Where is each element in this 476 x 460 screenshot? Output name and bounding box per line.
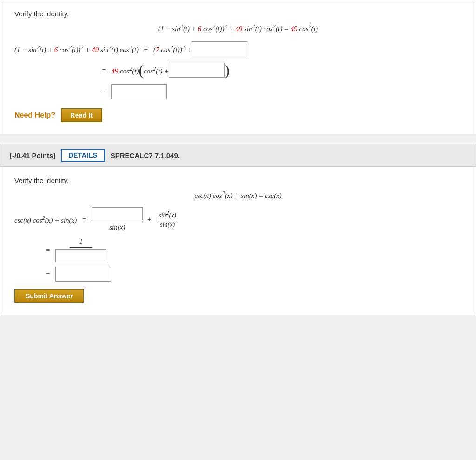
p2-step3-input[interactable] (55, 267, 111, 282)
problem2-section: Verify the identity. csc(x) cos2(x) + si… (0, 167, 476, 315)
need-help-row: Need Help? Read It (14, 108, 462, 122)
details-button[interactable]: DETAILS (61, 149, 105, 162)
step2-row: = 49 cos2(t) ( cos2(t) + ) (14, 63, 462, 78)
step2-mid: cos2(t) + (144, 66, 169, 75)
bottom-btn-row: Submit Answer (14, 289, 462, 303)
verify-label-2: Verify the identity. (14, 177, 462, 184)
problem1-section: Verify the identity. (1 − sin2(t) + 6 co… (0, 0, 476, 134)
main-equation-1: (1 − sin2(t) + 6 cos2(t))2 + 49 sin2(t) … (14, 23, 462, 33)
step2-pre: 49 cos2(t) (111, 66, 139, 75)
step2-input[interactable] (169, 63, 225, 78)
p2-frac2-num: sin2(x) (158, 210, 177, 220)
step1-right-pre: (7 cos2(t))2 + (153, 44, 192, 54)
problem-ref: SPRECALC7 7.1.049. (111, 151, 180, 159)
p2-step1-input[interactable] (92, 207, 143, 220)
p2-main-eq: csc(x) cos2(x) + sin(x) = csc(x) (14, 190, 462, 200)
main-eq-text: (1 − sin2(t) + 6 cos2(t))2 + 49 sin2(t) … (158, 25, 318, 33)
p2-step3-equals: = (46, 270, 52, 278)
step3-input[interactable] (111, 84, 167, 99)
step1-input[interactable] (192, 41, 247, 56)
p2-step1-left: csc(x) cos2(x) + sin(x) (14, 215, 77, 224)
need-help-text: Need Help? (14, 111, 55, 119)
step3-row: = (14, 84, 462, 99)
p2-step2-equals: = (46, 246, 52, 254)
step1-left: (1 − sin2(t) + 6 cos2(t))2 + 49 sin2(t) … (14, 44, 139, 54)
points-header: [-/0.41 Points] DETAILS SPRECALC7 7.1.04… (0, 144, 476, 167)
p2-step2-input[interactable] (55, 249, 106, 262)
p2-step1-frac1: sin(x) (92, 207, 143, 231)
p2-frac1-den: sin(x) (109, 223, 125, 231)
step3-equals: = (102, 88, 107, 96)
p2-step3-row: = (42, 267, 462, 282)
big-paren-close: ) (225, 63, 230, 78)
page-wrapper: Verify the identity. (1 − sin2(t) + 6 co… (0, 0, 476, 315)
p2-main-eq-text: csc(x) cos2(x) + sin(x) = csc(x) (194, 192, 282, 199)
p2-step1-frac2: sin2(x) sin(x) (158, 210, 177, 228)
points-label: [-/0.41 Points] (10, 151, 55, 159)
submit-button[interactable]: Submit Answer (14, 289, 84, 303)
p2-step1-plus: + (145, 216, 153, 223)
p2-step2-frac: 1 (55, 238, 106, 262)
p2-step2-frac-num: 1 (70, 238, 92, 246)
step2-equals: = (102, 66, 107, 74)
big-paren-open: ( (139, 63, 144, 78)
p2-step2-row: = 1 (42, 238, 462, 262)
p2-frac2-den: sin(x) (159, 220, 176, 228)
step1-row: (1 − sin2(t) + 6 cos2(t))2 + 49 sin2(t) … (14, 41, 462, 56)
read-it-button[interactable]: Read It (61, 108, 102, 122)
step1-equals: = (142, 45, 150, 53)
verify-label-1: Verify the identity. (14, 10, 462, 18)
p2-step1-equals: = (80, 216, 88, 223)
p2-step1-row: csc(x) cos2(x) + sin(x) = sin(x) + sin2(… (14, 207, 462, 231)
